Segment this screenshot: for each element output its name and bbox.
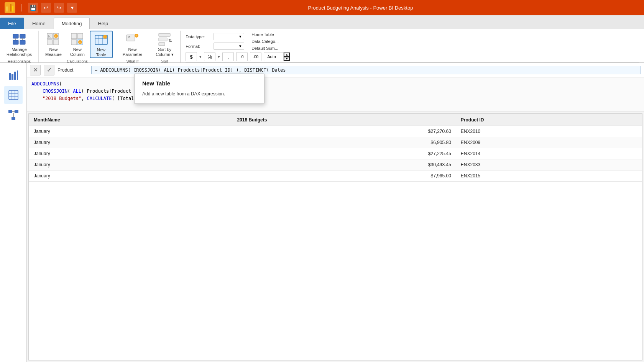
- formula-cancel-button[interactable]: ✕: [30, 65, 41, 75]
- svg-rect-4: [13, 34, 18, 38]
- cell-budget: $27,225.45: [232, 148, 456, 159]
- sidebar-icon-model[interactable]: [4, 106, 23, 124]
- stepper-buttons: ▲ ▼: [283, 52, 290, 61]
- dax-comma1: ,: [81, 96, 87, 101]
- tab-help[interactable]: Help: [90, 18, 116, 29]
- table-row: January $27,225.45 ENX2014: [29, 148, 642, 159]
- data-type-dropdown[interactable]: ▾: [214, 33, 244, 40]
- toolbar-controls: 💾 ↩ ↪ ▾: [28, 3, 77, 13]
- dax-line-2: CROSSJOIN( ALL( Products[Product ID] ), …: [31, 88, 639, 95]
- stepper-up[interactable]: ▲: [284, 52, 290, 57]
- formula-input[interactable]: [91, 66, 641, 74]
- sort-by-column-icon: ⇅: [158, 33, 172, 46]
- dax-calculate: CALCULATE: [87, 96, 112, 101]
- redo-button[interactable]: ↪: [54, 3, 64, 13]
- dax-crossjoin: CROSSJOIN: [43, 88, 67, 94]
- dax-content: ADDCOLUMNS( CROSSJOIN( ALL( Products[Pro…: [27, 77, 644, 112]
- svg-rect-1: [8, 5, 10, 11]
- cell-budget: $7,965.00: [232, 170, 456, 182]
- formula-field-name: Product: [58, 67, 88, 73]
- dax-addcolumns: ADDCOLUMNS: [31, 81, 59, 87]
- svg-rect-34: [159, 33, 170, 36]
- table-row: January $30,493.45 ENX2033: [29, 159, 642, 170]
- new-column-button[interactable]: + NewColumn: [66, 31, 89, 58]
- window-title: Product Budgeting Analysis - Power BI De…: [82, 5, 639, 11]
- sidebar-icon-report[interactable]: [4, 66, 23, 84]
- new-measure-button[interactable]: fx + NewMeasure: [42, 31, 65, 58]
- svg-text:fx: fx: [48, 34, 51, 38]
- cell-month: January: [29, 126, 232, 137]
- new-parameter-button[interactable]: ⁉ + NewParameter: [119, 31, 146, 58]
- ribbon: ManageRelationships Relationships fx +: [0, 29, 644, 63]
- tab-home[interactable]: Home: [24, 18, 54, 29]
- dax-paren2: (: [67, 88, 73, 94]
- cell-month: January: [29, 148, 232, 159]
- ribbon-group-calculations: fx + NewMeasure +: [39, 31, 116, 62]
- table-row: January $6,905.80 ENX2009: [29, 137, 642, 148]
- cell-productid: ENX2033: [456, 159, 642, 170]
- table-row: January $27,270.60 ENX2010: [29, 126, 642, 137]
- cell-productid: ENX2014: [456, 148, 642, 159]
- tab-bar: File Home Modeling Help: [0, 15, 644, 29]
- quick-access-button[interactable]: ▾: [67, 3, 77, 13]
- svg-rect-41: [17, 70, 18, 80]
- cell-budget: $30,493.45: [232, 159, 456, 170]
- sort-by-column-button[interactable]: ⇅ Sort byColumn ▾: [152, 31, 177, 58]
- svg-rect-3: [12, 6, 13, 11]
- dax-budget-label: "2018 Budgets": [43, 96, 81, 101]
- cell-productid: ENX2009: [456, 137, 642, 148]
- svg-rect-47: [8, 110, 12, 113]
- new-table-button[interactable]: + NewTable: [90, 31, 113, 58]
- comma-button[interactable]: ,: [222, 52, 234, 61]
- new-measure-icon: fx +: [46, 33, 60, 46]
- undo-button[interactable]: ↩: [41, 3, 51, 13]
- sort-by-column-label: Sort byColumn ▾: [156, 47, 174, 57]
- dax-line-3: "2018 Budgets", CALCULATE( [Total Sales]…: [31, 95, 639, 102]
- table-row: January $7,965.00 ENX2015: [29, 170, 642, 182]
- relationships-buttons: ManageRelationships: [3, 31, 35, 58]
- svg-rect-19: [77, 33, 83, 39]
- save-button[interactable]: 💾: [28, 3, 38, 13]
- svg-rect-14: [53, 39, 59, 45]
- currency-button[interactable]: $: [186, 52, 197, 61]
- percent-button[interactable]: %: [204, 52, 215, 61]
- data-table-wrapper: MonthName 2018 Budgets Product ID Januar…: [28, 113, 642, 360]
- tooltip-popup: New Table Add a new table from a DAX exp…: [134, 74, 264, 104]
- manage-relationships-button[interactable]: ManageRelationships: [3, 31, 35, 58]
- sidebar-icon-data[interactable]: [4, 86, 23, 104]
- svg-rect-38: [9, 73, 11, 80]
- cell-budget: $6,905.80: [232, 137, 456, 148]
- svg-rect-18: [71, 33, 77, 39]
- data-type-label: Data type:: [186, 34, 210, 39]
- col-header-monthname: MonthName: [29, 114, 232, 126]
- default-sum-label: Default Sum...: [251, 46, 279, 51]
- main-content: ✕ ✓ Product ADDCOLUMNS( CROSSJOIN( ALL( …: [27, 63, 644, 362]
- col-header-productid: Product ID: [456, 114, 642, 126]
- format-dropdown[interactable]: ▾: [214, 43, 244, 50]
- dax-all: ALL: [73, 88, 81, 94]
- data-table: MonthName 2018 Budgets Product ID Januar…: [29, 114, 642, 182]
- svg-rect-40: [14, 72, 16, 80]
- svg-text:+: +: [104, 35, 106, 39]
- cell-month: January: [29, 159, 232, 170]
- tooltip-title: New Table: [142, 80, 256, 87]
- cell-productid: ENX2010: [456, 126, 642, 137]
- formula-confirm-button[interactable]: ✓: [44, 65, 54, 75]
- decimal-decrease-button[interactable]: .0: [236, 52, 248, 61]
- app-logo: [5, 2, 15, 13]
- currency-arrow: ▾: [199, 54, 202, 59]
- decimal-increase-button[interactable]: .00: [250, 52, 261, 61]
- new-column-label: NewColumn: [70, 47, 85, 57]
- field-properties: Data type: ▾ Format: ▾: [186, 33, 247, 50]
- tooltip-body: Add a new table from a DAX expression.: [142, 90, 256, 97]
- tab-modeling[interactable]: Modeling: [54, 18, 90, 29]
- dax-line-1: ADDCOLUMNS(: [31, 80, 639, 88]
- tab-file[interactable]: File: [0, 18, 24, 29]
- format-buttons-row: $ ▾ % ▾ , .0 .00 Auto ▲ ▼: [186, 51, 639, 61]
- svg-rect-48: [15, 110, 18, 113]
- content-area: ✕ ✓ Product ADDCOLUMNS( CROSSJOIN( ALL( …: [0, 63, 644, 362]
- new-column-icon: +: [71, 33, 84, 46]
- svg-text:+: +: [79, 41, 81, 44]
- stepper-down[interactable]: ▼: [284, 57, 290, 61]
- svg-rect-35: [159, 38, 167, 41]
